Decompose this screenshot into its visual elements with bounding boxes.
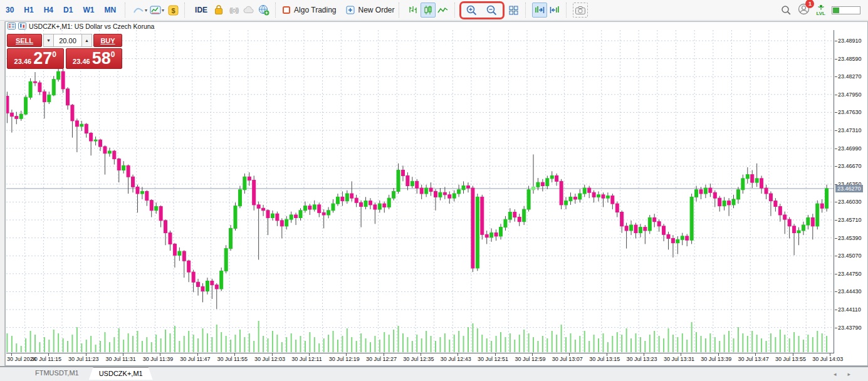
buy-price-display[interactable]: 23.46 58 0 [66, 48, 123, 69]
price-tick [835, 291, 837, 292]
candle [615, 202, 619, 217]
time-axis[interactable]: 30 Jul 202430 Jul 11:1530 Jul 11:2330 Ju… [6, 353, 867, 364]
volume-bar [71, 335, 73, 352]
candle [592, 190, 595, 203]
lvl-button[interactable]: LVL [816, 4, 825, 16]
volume-bar [169, 333, 170, 352]
volume-input[interactable]: 20.00 [54, 34, 81, 47]
chart-shift-button[interactable] [547, 3, 562, 18]
shopping-bag-icon [214, 5, 224, 15]
volume-bar [81, 343, 82, 352]
timeframe-h4[interactable]: H4 [39, 3, 58, 17]
candle [364, 197, 367, 209]
timeframe-30[interactable]: 30 [1, 3, 19, 17]
price-tick [835, 149, 837, 149]
time-label: 30 Jul 12:51 [478, 356, 508, 362]
account-button[interactable]: 1 [798, 3, 810, 18]
cloud-button[interactable] [241, 3, 256, 18]
volume-decrease-button[interactable]: ▼ [43, 34, 54, 47]
volume-bar [588, 341, 590, 352]
buy-price-big: 58 [92, 51, 111, 66]
volume-bar [435, 341, 436, 352]
candle [657, 219, 661, 232]
volume-bar [649, 335, 651, 352]
candle [94, 137, 97, 145]
candle [732, 195, 735, 208]
price-tick [835, 220, 837, 221]
search-icon[interactable] [781, 5, 792, 16]
candle [43, 90, 46, 118]
candle [704, 185, 707, 198]
ide-button[interactable]: IDE [191, 6, 211, 14]
sell-price-display[interactable]: 23.46 27 0 [7, 48, 64, 69]
chart-window-titlebar[interactable]: USDCZK+,M1: US Dollar vs Czech Koruna [6, 22, 867, 30]
currency-button[interactable]: $ [165, 3, 180, 18]
community-button[interactable] [256, 3, 271, 18]
candle [588, 185, 591, 198]
zoom-out-button[interactable] [484, 3, 499, 18]
volume-bar [226, 336, 227, 352]
volume-bar [309, 332, 310, 352]
volume-bar [314, 337, 315, 352]
candle [429, 182, 432, 196]
object-line-tools-button[interactable]: ▾ [132, 3, 149, 18]
volume-bar [426, 331, 427, 352]
candle [234, 202, 237, 231]
candle [671, 235, 674, 258]
volume-bar [640, 337, 641, 352]
depth-of-market-icon [8, 23, 16, 29]
volume-bar [598, 338, 599, 352]
indicators-button[interactable]: ▾ [149, 3, 165, 18]
timeframe-w1[interactable]: W1 [78, 3, 99, 17]
candle [569, 192, 572, 205]
chart-line-button[interactable] [436, 3, 451, 18]
auto-scroll-button[interactable] [532, 3, 547, 18]
volume-bar [793, 332, 795, 352]
candle [80, 121, 83, 131]
algo-trading-button[interactable]: Algo Trading [280, 0, 338, 21]
left-panel-edge[interactable] [0, 21, 5, 366]
zoom-out-icon [486, 4, 498, 16]
volume-bar [789, 338, 790, 352]
candle [71, 104, 74, 138]
chart-candles-button[interactable] [421, 3, 436, 18]
candle [439, 188, 442, 201]
line-chart-icon [437, 6, 449, 14]
candle [392, 188, 395, 201]
buy-button[interactable]: BUY [93, 34, 122, 47]
candle [220, 268, 223, 291]
volume-bar [402, 333, 404, 352]
chart-bars-button[interactable] [405, 3, 421, 18]
tile-windows-button[interactable] [506, 3, 521, 18]
new-order-label: New Order [358, 6, 395, 14]
signals-icon: ((o)) [229, 7, 238, 14]
volume-increase-button[interactable]: ▲ [81, 34, 92, 47]
candle [410, 177, 414, 188]
trendline-icon [133, 6, 144, 14]
candle [648, 215, 651, 234]
timeframe-h1[interactable]: H1 [19, 3, 38, 17]
timeframe-d1[interactable]: D1 [58, 3, 78, 17]
new-order-button[interactable]: New Order [343, 0, 397, 21]
sell-button[interactable]: SELL [7, 34, 42, 47]
market-button[interactable] [211, 3, 226, 18]
chart-plot-area[interactable] [6, 30, 834, 353]
candle [132, 175, 135, 193]
tab-ftmusdt-m1[interactable]: FTMUSDT,M1 [25, 367, 89, 380]
tab-usdczk-m1[interactable]: USDCZK+,M1 [89, 367, 153, 380]
price-axis[interactable]: 23.4891023.4859023.4827023.4795023.47630… [835, 30, 867, 353]
screenshot-button[interactable] [573, 3, 588, 18]
volume-bar [90, 336, 92, 352]
volume-bar [416, 335, 417, 352]
tab-scroll-arrows[interactable]: ◂▸ [834, 371, 862, 377]
candle [420, 185, 423, 199]
signals-button[interactable]: ((o)) [226, 3, 241, 18]
volume-bar [398, 326, 399, 352]
volume-bar [412, 341, 413, 352]
timeframe-mn[interactable]: MN [99, 3, 121, 17]
zoom-in-button[interactable] [464, 3, 479, 18]
candle [546, 175, 549, 189]
chevron-down-icon: ▾ [162, 8, 164, 13]
candle [513, 209, 516, 222]
volume-bar [686, 340, 688, 352]
